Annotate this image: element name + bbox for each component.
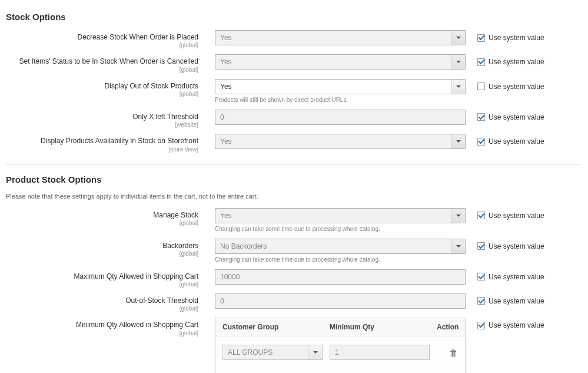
chevron-down-icon: [451, 31, 465, 45]
use-system-value[interactable]: Use system value: [477, 293, 566, 305]
checkbox-icon[interactable]: [477, 82, 485, 90]
manage-stock-select: Yes: [215, 208, 466, 223]
use-system-value[interactable]: Use system value: [477, 110, 566, 121]
col-action: Action: [437, 323, 459, 331]
label: Display Out of Stock Products [global]: [6, 79, 215, 97]
oos-threshold-input: [215, 293, 466, 309]
sys-label: Use system value: [489, 321, 544, 329]
field-min-qty-cart: Minimum Qty Allowed in Shopping Cart [gl…: [6, 318, 582, 373]
hint-text: Changing can take some time due to proce…: [215, 256, 466, 263]
scope-text: [global]: [6, 91, 198, 97]
sys-label: Use system value: [489, 212, 544, 220]
chevron-down-icon: [451, 134, 465, 148]
select-value: Yes: [220, 82, 232, 91]
checkbox-icon[interactable]: [477, 113, 485, 121]
only-x-left-input: [215, 110, 466, 125]
use-system-value[interactable]: Use system value: [477, 79, 566, 91]
label-text: Out-of-Stock Threshold: [125, 296, 198, 305]
field-display-oos: Display Out of Stock Products [global] Y…: [6, 79, 582, 104]
sys-label: Use system value: [489, 242, 544, 250]
label-text: Backorders: [162, 242, 198, 250]
scope-text: [store view]: [6, 146, 198, 153]
label-text: Manage Stock: [153, 211, 198, 219]
in-stock-cancel-select: Yes: [215, 54, 466, 70]
section-title: Stock Options: [6, 6, 582, 30]
use-system-value[interactable]: Use system value: [477, 30, 566, 42]
field-decrease-stock: Decrease Stock When Order is Placed [glo…: [6, 30, 582, 48]
chevron-down-icon: [451, 209, 465, 223]
display-oos-select[interactable]: Yes: [215, 79, 466, 94]
table-row: ALL GROUPS 🗑: [215, 336, 465, 368]
sys-label: Use system value: [489, 34, 544, 42]
label-text: Set Items' Status to be In Stock When Or…: [19, 57, 198, 65]
min-qty-table: Customer Group Minimum Qty Action ALL GR…: [215, 318, 466, 373]
checkbox-icon[interactable]: [477, 297, 485, 305]
use-system-value[interactable]: Use system value: [477, 269, 566, 281]
table-header: Customer Group Minimum Qty Action: [215, 318, 465, 336]
label: Manage Stock [global]: [6, 208, 215, 226]
col-customer-group: Customer Group: [222, 323, 323, 331]
select-value: Yes: [220, 58, 232, 66]
checkbox-icon[interactable]: [477, 34, 485, 42]
control: Yes: [215, 30, 477, 45]
chevron-down-icon: [308, 345, 322, 359]
use-system-value[interactable]: Use system value: [477, 239, 566, 250]
section-product-stock-options: Product Stock Options Please note that t…: [6, 169, 582, 373]
use-system-value[interactable]: Use system value: [477, 208, 566, 220]
label-text: Minimum Qty Allowed in Shopping Cart: [76, 321, 198, 329]
sys-label: Use system value: [489, 113, 544, 121]
trash-icon[interactable]: 🗑: [449, 348, 458, 358]
use-system-value[interactable]: Use system value: [477, 134, 566, 146]
control: Yes Changing can take some time due to p…: [215, 208, 477, 233]
sys-label: Use system value: [489, 58, 544, 66]
label-text: Maximum Qty Allowed in Shopping Cart: [74, 272, 198, 280]
min-qty-input: [330, 345, 430, 360]
scope-text: [global]: [6, 67, 198, 73]
label: Maximum Qty Allowed in Shopping Cart [gl…: [6, 269, 215, 288]
section-title: Product Stock Options: [6, 169, 582, 193]
max-qty-cart-input: [215, 269, 466, 285]
select-value: Yes: [220, 212, 232, 220]
label: Display Products Availability in Stock o…: [6, 134, 215, 152]
scope-text: [global]: [6, 220, 198, 226]
field-availability-storefront: Display Products Availability in Stock o…: [6, 134, 582, 152]
control: No Backorders Changing can take some tim…: [215, 239, 477, 263]
chevron-down-icon: [451, 55, 465, 69]
select-value: ALL GROUPS: [228, 348, 273, 357]
label-text: Display Products Availability in Stock o…: [41, 137, 198, 145]
scope-text: [global]: [6, 250, 198, 257]
scope-text: [global]: [6, 281, 198, 288]
label: Minimum Qty Allowed in Shopping Cart [gl…: [6, 318, 215, 336]
checkbox-icon[interactable]: [477, 58, 485, 66]
select-value: No Backorders: [220, 242, 267, 250]
sys-label: Use system value: [489, 273, 544, 281]
checkbox-icon[interactable]: [477, 138, 485, 146]
select-value: Yes: [220, 34, 232, 42]
label-text: Decrease Stock When Order is Placed: [78, 33, 198, 41]
sys-label: Use system value: [489, 82, 544, 91]
control: Yes: [215, 134, 477, 149]
label-text: Display Out of Stock Products: [105, 82, 198, 90]
availability-storefront-select: Yes: [215, 134, 466, 149]
chevron-down-icon: [451, 80, 465, 94]
control: Yes: [215, 54, 477, 70]
checkbox-icon[interactable]: [477, 212, 485, 219]
checkbox-icon[interactable]: [477, 273, 485, 280]
use-system-value[interactable]: Use system value: [477, 54, 566, 66]
scope-text: [website]: [6, 121, 198, 128]
checkbox-icon[interactable]: [477, 322, 485, 329]
sys-label: Use system value: [489, 137, 544, 146]
col-min-qty: Minimum Qty: [330, 323, 430, 331]
field-manage-stock: Manage Stock [global] Yes Changing can t…: [6, 208, 582, 233]
label: Only X left Threshold [website]: [6, 110, 215, 128]
use-system-value[interactable]: Use system value: [477, 318, 566, 329]
scope-text: [global]: [6, 42, 198, 48]
label-text: Only X left Threshold: [132, 113, 198, 121]
label: Backorders [global]: [6, 239, 215, 257]
field-in-stock-cancel: Set Items' Status to be In Stock When Or…: [6, 54, 582, 72]
field-only-x-left: Only X left Threshold [website] Use syst…: [6, 110, 582, 128]
scope-text: [global]: [6, 305, 198, 312]
control: [215, 293, 477, 309]
checkbox-icon[interactable]: [477, 242, 485, 250]
hint-text: Products will still be shown by direct p…: [215, 96, 466, 104]
